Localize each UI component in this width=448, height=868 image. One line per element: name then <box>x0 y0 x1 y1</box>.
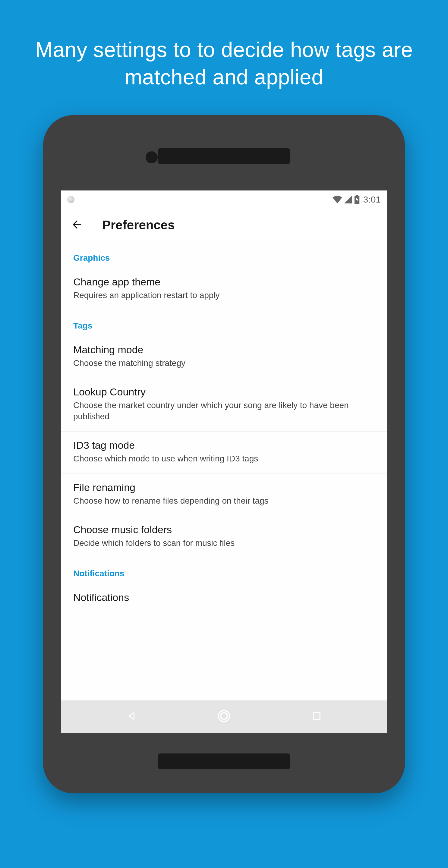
arrow-back-icon <box>70 218 83 232</box>
pref-subtitle: Choose how to rename files depending on … <box>73 495 375 507</box>
pref-change-app-theme[interactable]: Change app theme Requires an application… <box>61 268 387 310</box>
app-bar: Preferences <box>61 209 387 242</box>
nav-back-button[interactable] <box>125 710 138 723</box>
wifi-icon <box>332 195 342 204</box>
pref-subtitle: Requires an application restart to apply <box>73 290 375 301</box>
cell-signal-icon <box>344 195 352 204</box>
page-title: Preferences <box>102 218 175 232</box>
pref-title: Notifications <box>73 592 375 603</box>
pref-lookup-country[interactable]: Lookup Country Choose the market country… <box>61 378 387 432</box>
nav-recent-icon <box>312 712 321 722</box>
pref-title: File renaming <box>73 482 375 493</box>
status-time: 3:01 <box>363 194 381 205</box>
nav-recent-button[interactable] <box>310 710 323 723</box>
pref-subtitle: Choose the matching strategy <box>73 358 375 369</box>
pref-file-renaming[interactable]: File renaming Choose how to rename files… <box>61 474 387 516</box>
pref-title: Lookup Country <box>73 386 375 398</box>
phone-speaker-bottom <box>158 753 290 769</box>
pref-id3-tag-mode[interactable]: ID3 tag mode Choose which mode to use wh… <box>61 432 387 474</box>
pref-choose-music-folders[interactable]: Choose music folders Decide which folder… <box>61 516 387 558</box>
pref-title: Matching mode <box>73 344 375 355</box>
battery-charging-icon <box>354 195 360 204</box>
pref-title: Choose music folders <box>73 524 375 535</box>
nav-home-icon <box>217 710 231 724</box>
pref-subtitle: Decide which folders to scan for music f… <box>73 537 375 549</box>
android-nav-bar <box>61 701 387 733</box>
section-header-tags: Tags <box>61 310 387 336</box>
phone-screen: 3:01 Preferences Graphics Change app the… <box>61 190 387 733</box>
pref-subtitle: Choose the market country under which yo… <box>73 400 375 423</box>
status-right: 3:01 <box>332 194 381 205</box>
pref-title: Change app theme <box>73 276 375 288</box>
promo-headline: Many settings to to decide how tags are … <box>0 0 448 115</box>
status-bar: 3:01 <box>61 190 387 209</box>
preferences-content: Graphics Change app theme Requires an ap… <box>61 242 387 701</box>
nav-home-button[interactable] <box>217 710 231 723</box>
back-button[interactable] <box>70 218 84 232</box>
pref-subtitle: Choose which mode to use when writing ID… <box>73 453 375 464</box>
pref-notifications[interactable]: Notifications <box>61 584 387 603</box>
svg-rect-1 <box>356 195 358 196</box>
section-header-notifications: Notifications <box>61 558 387 584</box>
svg-point-3 <box>221 713 227 719</box>
phone-speaker-top <box>158 148 290 164</box>
pref-title: ID3 tag mode <box>73 439 375 451</box>
phone-camera <box>146 151 158 163</box>
status-indicator-icon <box>67 196 74 203</box>
pref-matching-mode[interactable]: Matching mode Choose the matching strate… <box>61 336 387 378</box>
nav-back-icon <box>126 711 137 722</box>
svg-rect-4 <box>313 713 320 720</box>
status-left <box>67 196 74 203</box>
phone-frame: 3:01 Preferences Graphics Change app the… <box>43 115 405 793</box>
section-header-graphics: Graphics <box>61 242 387 268</box>
